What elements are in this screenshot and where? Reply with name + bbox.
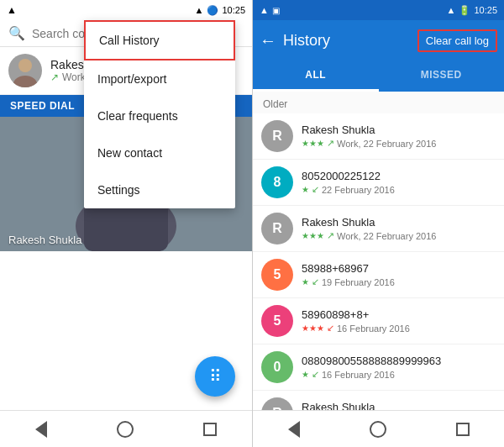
speed-dial-person-name: Rakesh Shukla — [8, 234, 81, 246]
call-item[interactable]: 5 58988+68967 ★ ↙ 19 February 2016 — [253, 252, 504, 298]
section-older: Older — [253, 92, 504, 113]
bluetooth-icon: 🔵 — [207, 5, 218, 16]
call-item[interactable]: R Rakesh Shukla ↗ Work, 16 February 2016 — [253, 391, 504, 410]
call-item[interactable]: 5 58960898+8+ ★★★ ↙ 16 February 2016 — [253, 298, 504, 344]
call-direction-icon: ↙ — [312, 369, 319, 380]
call-date: 16 February 2016 — [337, 323, 410, 334]
status-bar-right: ▲ 🔵 10:25 — [195, 5, 245, 16]
back-nav-icon[interactable] — [35, 421, 47, 438]
right-back-nav-icon[interactable] — [288, 421, 300, 438]
left-nav-bar — [0, 410, 252, 447]
call-info: 8052000225122 ★ ↙ 22 February 2016 — [302, 170, 496, 195]
right-panel: ▲ ▣ ▲ 🔋 10:25 ← History Clear call log A… — [253, 0, 504, 447]
call-date: Work, 22 February 2016 — [337, 139, 436, 149]
clear-call-log-button[interactable]: Clear call log — [417, 29, 497, 52]
call-avatar: 5 — [261, 259, 293, 291]
status-bar-left: ▲ — [7, 4, 17, 16]
call-info: Rakesh Shukla ↗ Work, 16 February 2016 — [302, 401, 496, 410]
menu-item-import-export[interactable]: Import/export — [84, 60, 235, 97]
tabs-bar: ALL MISSED — [253, 60, 504, 92]
recents-nav-icon[interactable] — [203, 423, 217, 436]
call-date: 16 February 2016 — [322, 370, 395, 380]
right-toolbar: ← History Clear call log — [253, 20, 504, 60]
right-status-bar: ▲ ▣ ▲ 🔋 10:25 — [253, 0, 504, 20]
call-avatar: R — [261, 397, 293, 410]
call-stars: ★ — [302, 277, 309, 287]
dropdown-menu: Call History Import/export Clear frequen… — [84, 20, 235, 208]
menu-item-settings[interactable]: Settings — [84, 171, 235, 208]
call-sub: ★★★ ↗ Work, 22 February 2016 — [302, 138, 496, 149]
call-sub: ★★★ ↗ Work, 22 February 2016 — [302, 230, 496, 241]
right-status-right: ▲ 🔋 10:25 — [447, 5, 497, 16]
call-avatar: 8 — [261, 166, 293, 198]
call-list: Older R Rakesh Shukla ★★★ ↗ Work, 22 Feb… — [253, 92, 504, 410]
call-info: 58988+68967 ★ ↙ 19 February 2016 — [302, 262, 496, 287]
tab-missed[interactable]: MISSED — [379, 60, 505, 92]
call-stars: ★★★ — [302, 323, 324, 333]
search-icon: 🔍 — [8, 25, 25, 41]
menu-item-clear-frequents[interactable]: Clear frequents — [84, 97, 235, 134]
call-info: 58960898+8+ ★★★ ↙ 16 February 2016 — [302, 308, 496, 334]
call-item[interactable]: R Rakesh Shukla ★★★ ↗ Work, 22 February … — [253, 206, 504, 252]
call-name: 08809800558888889999963 — [302, 355, 496, 367]
menu-item-call-history[interactable]: Call History — [84, 20, 235, 60]
right-signal-extra: ▣ — [272, 6, 280, 15]
call-sub: ★ ↙ 16 February 2016 — [302, 369, 496, 380]
call-stars: ★ — [302, 185, 309, 194]
wifi-icon: ▲ — [7, 4, 17, 16]
call-info: Rakesh Shukla ★★★ ↗ Work, 22 February 20… — [302, 216, 496, 241]
call-date: Work, 22 February 2016 — [337, 231, 436, 241]
right-nav-bar — [253, 410, 504, 447]
call-date: 19 February 2016 — [322, 277, 395, 287]
avatar — [8, 54, 42, 87]
fab-button[interactable]: ⠿ — [195, 356, 235, 397]
call-name: Rakesh Shukla — [302, 401, 496, 410]
call-avatar: R — [261, 120, 293, 152]
right-battery-icon: 🔋 — [459, 5, 470, 16]
call-direction-icon: ↙ — [312, 184, 319, 195]
svg-point-1 — [13, 76, 37, 87]
call-direction-icon: ↗ — [327, 230, 334, 241]
call-direction-icon: ↙ — [327, 323, 334, 334]
left-status-bar: ▲ ▲ 🔵 10:25 — [0, 0, 252, 20]
toolbar-title: History — [283, 32, 411, 50]
tab-all[interactable]: ALL — [253, 60, 379, 92]
call-name: 58960898+8+ — [302, 308, 496, 321]
call-info: 08809800558888889999963 ★ ↙ 16 February … — [302, 355, 496, 380]
signal-icon: ▲ — [195, 5, 204, 15]
call-stars: ★★★ — [302, 139, 324, 148]
back-button[interactable]: ← — [260, 31, 276, 50]
svg-point-0 — [18, 59, 32, 72]
right-time: 10:25 — [474, 5, 497, 15]
call-avatar: 5 — [261, 305, 293, 337]
call-direction-icon: ↗ — [327, 138, 334, 149]
outgoing-arrow-icon: ↗ — [50, 71, 59, 83]
right-status-left: ▲ ▣ — [260, 5, 280, 15]
call-avatar: R — [261, 213, 293, 245]
left-panel: ▲ ▲ 🔵 10:25 🔍 Rakesh Shu... ↗ Work, 22 F… — [0, 0, 252, 447]
call-item[interactable]: R Rakesh Shukla ★★★ ↗ Work, 22 February … — [253, 113, 504, 160]
call-name: Rakesh Shukla — [302, 216, 496, 229]
call-sub: ★ ↙ 22 February 2016 — [302, 184, 496, 195]
home-nav-icon[interactable] — [117, 421, 134, 438]
right-recents-nav-icon[interactable] — [456, 423, 470, 436]
call-direction-icon: ↙ — [312, 276, 319, 287]
call-info: Rakesh Shukla ★★★ ↗ Work, 22 February 20… — [302, 124, 496, 149]
call-name: 8052000225122 — [302, 170, 496, 182]
right-wifi-icon: ▲ — [260, 5, 269, 15]
call-stars: ★ — [302, 370, 309, 379]
dialpad-icon: ⠿ — [209, 366, 222, 387]
call-name: 58988+68967 — [302, 262, 496, 275]
call-name: Rakesh Shukla — [302, 124, 496, 136]
call-sub: ★ ↙ 19 February 2016 — [302, 276, 496, 287]
call-item[interactable]: 0 08809800558888889999963 ★ ↙ 16 Februar… — [253, 344, 504, 391]
right-signal-icon: ▲ — [447, 5, 456, 15]
menu-item-new-contact[interactable]: New contact — [84, 134, 235, 171]
right-home-nav-icon[interactable] — [370, 421, 386, 438]
call-date: 22 February 2016 — [322, 185, 395, 195]
call-items-container: R Rakesh Shukla ★★★ ↗ Work, 22 February … — [253, 113, 504, 410]
call-avatar: 0 — [261, 351, 293, 383]
left-time: 10:25 — [222, 5, 245, 15]
call-stars: ★★★ — [302, 231, 324, 240]
call-item[interactable]: 8 8052000225122 ★ ↙ 22 February 2016 — [253, 160, 504, 206]
